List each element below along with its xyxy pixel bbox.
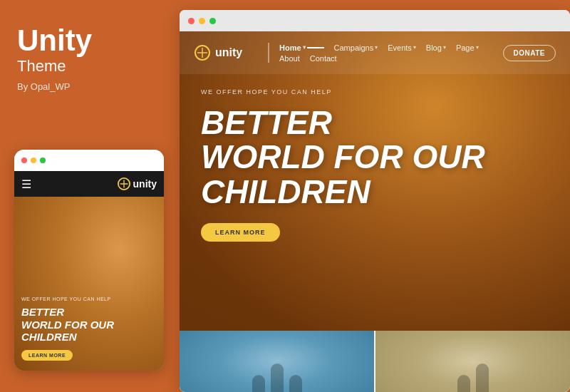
hero-cta-button[interactable]: LEARN MORE (201, 223, 280, 242)
hero-headline-line3: CHILDREN (201, 173, 370, 210)
home-chevron: ▾ (303, 44, 306, 51)
hero-headline-line1: BETTER (201, 104, 332, 141)
theme-author: By Opal_WP (17, 81, 160, 92)
hamburger-icon: ☰ (21, 177, 31, 191)
nav-link-campaigns[interactable]: Campaigns ▾ (334, 43, 378, 52)
figure-2 (271, 363, 284, 392)
theme-subtitle: Theme (17, 57, 160, 76)
nav-links: Home ▾ Campaigns ▾ Events ▾ Blog ▾ Page … (279, 43, 503, 63)
figures-group-right (375, 349, 570, 392)
mobile-hero-bg (14, 197, 164, 371)
bottom-card-left (180, 331, 374, 392)
donate-button[interactable]: DONATE (503, 45, 556, 61)
hero-section: unity Home ▾ Campaigns ▾ Events ▾ Blog ▾… (180, 31, 570, 331)
nav-link-contact[interactable]: Contact (310, 54, 337, 63)
figure-1 (252, 375, 265, 392)
nav-link-blog[interactable]: Blog ▾ (426, 43, 446, 52)
nav-logo: unity (194, 44, 258, 61)
blog-chevron: ▾ (443, 44, 446, 51)
figure-3 (289, 375, 302, 392)
events-chevron: ▾ (413, 44, 416, 51)
nav-link-page[interactable]: Page ▾ (456, 43, 479, 52)
browser-dot-green (209, 18, 216, 24)
campaigns-chevron: ▾ (375, 44, 378, 51)
mobile-logo-text: unity (133, 178, 157, 190)
nav-link-home[interactable]: Home ▾ (279, 43, 324, 52)
browser-window: unity Home ▾ Campaigns ▾ Events ▾ Blog ▾… (180, 10, 570, 392)
bottom-card-right (375, 331, 570, 392)
mobile-headline: BETTERWORLD FOR OURCHILDREN (21, 306, 114, 343)
mobile-logo: unity (118, 177, 157, 190)
nav-bar: unity Home ▾ Campaigns ▾ Events ▾ Blog ▾… (180, 31, 570, 74)
active-indicator (307, 47, 324, 48)
hero-content: WE OFFER HOPE YOU CAN HELP BETTER WORLD … (180, 74, 570, 256)
dot-green (40, 158, 46, 163)
mobile-top-bar (14, 150, 164, 171)
mobile-nav-bar: ☰ unity (14, 171, 164, 197)
nav-links-row-primary: Home ▾ Campaigns ▾ Events ▾ Blog ▾ Page … (279, 43, 479, 52)
mobile-hero: WE OFFER HOPE YOU CAN HELP BETTERWORLD F… (14, 197, 164, 371)
figure-4 (457, 375, 470, 392)
figures-group-left (180, 349, 374, 392)
browser-top-bar (180, 10, 570, 31)
dot-red (21, 158, 27, 163)
mobile-logo-icon (118, 177, 130, 190)
browser-dot-red (188, 18, 195, 24)
bottom-section (180, 331, 570, 392)
page-chevron: ▾ (476, 44, 479, 51)
nav-divider (268, 43, 269, 63)
nav-logo-icon (194, 44, 211, 61)
figure-5 (476, 363, 489, 392)
mobile-cta-button[interactable]: LEARN MORE (21, 350, 73, 361)
sidebar: Unity Theme By Opal_WP ☰ unity WE OFFER … (0, 0, 177, 392)
nav-link-about[interactable]: About (279, 54, 300, 63)
browser-dot-yellow (199, 18, 205, 24)
hero-tagline: WE OFFER HOPE YOU CAN HELP (201, 88, 332, 96)
nav-links-row-secondary: About Contact (279, 54, 337, 63)
nav-link-events[interactable]: Events ▾ (388, 43, 416, 52)
nav-logo-text: unity (215, 46, 242, 59)
hero-headline: BETTER WORLD FOR OUR CHILDREN (201, 105, 485, 209)
hero-headline-line2: WORLD FOR OUR (201, 138, 485, 175)
dot-yellow (31, 158, 36, 163)
mobile-preview: ☰ unity WE OFFER HOPE YOU CAN HELP BETTE… (14, 150, 164, 371)
mobile-tagline: WE OFFER HOPE YOU CAN HELP (21, 296, 111, 301)
theme-title: Unity (17, 26, 160, 56)
